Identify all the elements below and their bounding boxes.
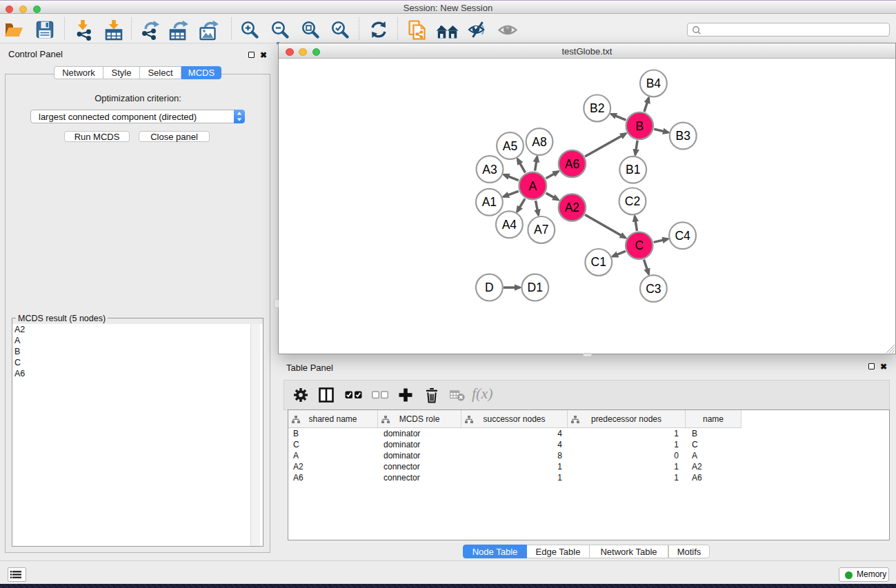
svg-text:B1: B1 — [626, 163, 640, 176]
svg-text:C3: C3 — [646, 282, 661, 296]
svg-text:A: A — [528, 179, 537, 193]
svg-text:C4: C4 — [675, 229, 690, 243]
svg-text:B: B — [635, 119, 644, 133]
svg-text:C1: C1 — [591, 255, 606, 269]
svg-text:A2: A2 — [565, 201, 579, 214]
svg-text:D1: D1 — [528, 281, 543, 294]
svg-text:A8: A8 — [532, 135, 546, 149]
svg-text:C2: C2 — [625, 194, 640, 208]
svg-text:A6: A6 — [565, 157, 579, 171]
svg-text:A4: A4 — [502, 218, 517, 232]
svg-text:A5: A5 — [503, 139, 517, 153]
svg-text:D: D — [485, 281, 494, 294]
svg-text:B2: B2 — [590, 101, 604, 115]
svg-text:A3: A3 — [482, 163, 497, 176]
svg-text:B3: B3 — [676, 129, 690, 143]
svg-text:A1: A1 — [482, 195, 497, 209]
svg-text:C: C — [635, 239, 644, 252]
svg-text:A7: A7 — [534, 223, 548, 236]
svg-text:B4: B4 — [646, 77, 661, 90]
